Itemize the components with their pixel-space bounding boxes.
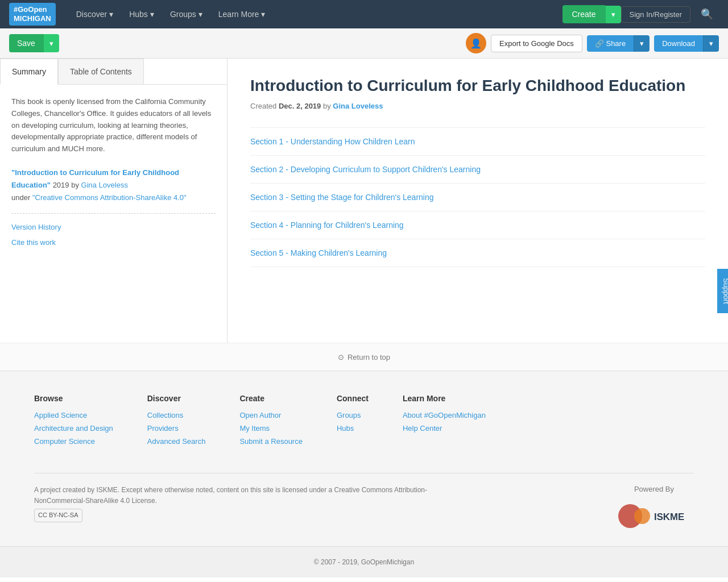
section-2-link[interactable]: Section 2 - Developing Curriculum to Sup… [250,165,481,174]
connect-groups[interactable]: Groups [337,411,369,419]
license-text: A project created by ISKME. Except where… [34,485,432,506]
created-by: by [323,102,331,110]
section-item-2: Section 2 - Developing Curriculum to Sup… [250,156,705,184]
footer-powered: Powered By ISKME [614,485,694,535]
share-dropdown-arrow[interactable]: ▾ [634,35,650,52]
footer-browse: Browse Applied Science Architecture and … [34,394,113,450]
logo-line1: #GoOpen [14,5,51,14]
learn-more-about[interactable]: About #GoOpenMichigan [403,411,486,419]
share-group: 🔗 Share ▾ [587,35,650,52]
download-button[interactable]: Download [654,35,703,52]
return-to-top-link[interactable]: ⊙ Return to top [338,353,390,361]
svg-text:ISKME: ISKME [654,512,684,522]
create-open-author[interactable]: Open Author [239,411,303,419]
attribution-author-link[interactable]: Gina Loveless [81,181,128,189]
avatar-button[interactable]: 👤 [466,33,486,53]
save-group: Save ▾ [9,34,59,52]
logo-line2: MICHIGAN [14,14,51,23]
sidebar-content: This book is openly licensed from the Ca… [0,85,227,265]
create-my-items[interactable]: My Items [239,424,303,433]
site-logo[interactable]: #GoOpen MICHIGAN [9,3,56,25]
section-3-link[interactable]: Section 3 - Setting the Stage for Childr… [250,193,434,202]
connect-hubs[interactable]: Hubs [337,424,369,433]
section-4-link[interactable]: Section 4 - Planning for Children's Lear… [250,221,404,230]
download-dropdown-arrow[interactable]: ▾ [703,35,719,52]
attribution: "Introduction to Curriculum for Early Ch… [11,167,216,204]
create-submit-resource[interactable]: Submit a Resource [239,437,303,446]
sidebar-tabs: Summary Table of Contents [0,59,227,85]
return-to-top-icon: ⊙ [338,353,344,361]
discover-collections[interactable]: Collections [147,411,206,419]
section-1-link[interactable]: Section 1 - Understanding How Children L… [250,137,415,146]
save-button[interactable]: Save [9,34,43,52]
share-button[interactable]: 🔗 Share [587,35,634,52]
svg-point-1 [634,508,650,524]
section-5-link[interactable]: Section 5 - Making Children's Learning [250,248,387,257]
create-button[interactable]: Create [562,5,605,23]
attribution-by: by [71,181,79,189]
nav-links: Discover Hubs Groups Learn More [69,5,563,23]
learn-more-help[interactable]: Help Center [403,424,486,433]
section-list: Section 1 - Understanding How Children L… [250,127,705,267]
attribution-year: 2019 [53,181,69,189]
sign-in-button[interactable]: Sign In/Register [621,6,691,23]
cite-work-link[interactable]: Cite this work [11,238,216,247]
nav-learn-more[interactable]: Learn More [212,5,272,23]
nav-create-group: Create ▾ [562,5,621,23]
secondary-right: 👤 Export to Google Docs 🔗 Share ▾ Downlo… [466,33,719,53]
secondary-toolbar: Save ▾ 👤 Export to Google Docs 🔗 Share ▾… [0,28,728,59]
return-to-top: ⊙ Return to top [0,343,728,371]
discover-heading: Discover [147,394,206,403]
nav-groups[interactable]: Groups [163,5,209,23]
return-to-top-label: Return to top [348,353,390,361]
book-meta: Created Dec. 2, 2019 by Gina Loveless [250,102,705,110]
tab-summary[interactable]: Summary [0,59,58,85]
attribution-license-link[interactable]: "Creative Commons Attribution-ShareAlike… [32,193,187,202]
create-dropdown-arrow[interactable]: ▾ [605,6,621,23]
tab-toc[interactable]: Table of Contents [58,59,144,85]
export-button[interactable]: Export to Google Docs [491,35,582,52]
browse-applied-science[interactable]: Applied Science [34,411,113,419]
browse-architecture[interactable]: Architecture and Design [34,424,113,433]
section-item-4: Section 4 - Planning for Children's Lear… [250,211,705,239]
sidebar-divider [11,213,216,214]
sidebar: Summary Table of Contents This book is o… [0,59,228,343]
browse-computer-science[interactable]: Computer Science [34,437,113,446]
nav-right: Sign In/Register 🔍 [621,5,719,24]
top-navigation: #GoOpen MICHIGAN Discover Hubs Groups Le… [0,0,728,28]
iskme-logo: ISKME [614,499,694,533]
book-title: Introduction to Curriculum for Early Chi… [250,76,705,96]
section-item-3: Section 3 - Setting the Stage for Childr… [250,184,705,211]
footer-license: A project created by ISKME. Except where… [34,485,432,522]
discover-providers[interactable]: Providers [147,424,206,433]
section-item-1: Section 1 - Understanding How Children L… [250,128,705,156]
copyright-text: © 2007 - 2019, GoOpenMichigan [314,558,414,566]
nav-discover[interactable]: Discover [69,5,120,23]
attribution-under: under [11,193,30,202]
footer-connect: Connect Groups Hubs [337,394,369,450]
version-history-link[interactable]: Version History [11,223,216,231]
book-description: This book is openly licensed from the Ca… [11,96,216,155]
footer: Browse Applied Science Architecture and … [0,371,728,546]
footer-create: Create Open Author My Items Submit a Res… [239,394,303,450]
author-link[interactable]: Gina Loveless [333,102,383,110]
download-group: Download ▾ [654,35,719,52]
save-dropdown-arrow[interactable]: ▾ [43,34,59,52]
footer-bottom: A project created by ISKME. Except where… [34,473,694,535]
cc-badge: CC BY-NC-SA [34,509,82,522]
footer-discover: Discover Collections Providers Advanced … [147,394,206,450]
nav-hubs[interactable]: Hubs [122,5,161,23]
discover-advanced-search[interactable]: Advanced Search [147,437,206,446]
created-date: Dec. 2, 2019 [279,102,321,110]
footer-learn-more: Learn More About #GoOpenMichigan Help Ce… [403,394,486,450]
footer-columns: Browse Applied Science Architecture and … [34,394,694,450]
search-button[interactable]: 🔍 [695,5,719,24]
connect-heading: Connect [337,394,369,403]
support-tab[interactable]: Support [718,269,728,313]
section-item-5: Section 5 - Making Children's Learning [250,239,705,267]
learn-more-heading: Learn More [403,394,486,403]
powered-by-label: Powered By [614,485,694,493]
create-heading: Create [239,394,303,403]
main-layout: Summary Table of Contents This book is o… [0,59,728,343]
browse-heading: Browse [34,394,113,403]
